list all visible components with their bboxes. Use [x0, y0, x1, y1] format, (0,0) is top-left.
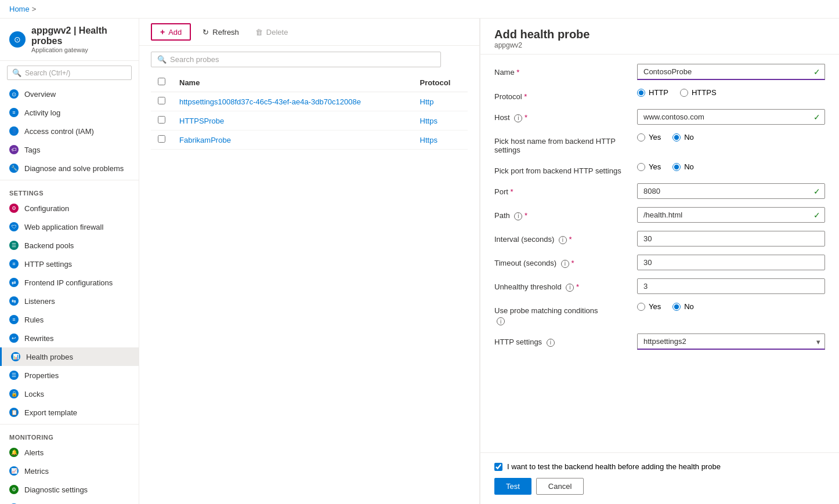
breadcrumb-home[interactable]: Home — [9, 5, 30, 13]
pick-port-no[interactable]: No — [672, 162, 694, 171]
name-input[interactable] — [637, 64, 825, 80]
refresh-icon: ↻ — [202, 28, 209, 37]
monitoring-section-label: Monitoring — [0, 427, 139, 443]
properties-icon: ☰ — [9, 371, 19, 380]
sidebar-item-activity-log[interactable]: ≡ Activity log — [0, 103, 139, 122]
name-label: Name — [494, 64, 628, 77]
pick-port-no-label: No — [684, 162, 694, 171]
search-probes-icon: 🔍 — [157, 55, 167, 64]
test-button[interactable]: Test — [494, 478, 531, 495]
header-protocol: Protocol — [413, 73, 468, 92]
probe-matching-yes-radio[interactable] — [637, 303, 645, 311]
sidebar-item-listeners[interactable]: ⇆ Listeners — [0, 292, 139, 310]
sidebar-item-http-settings[interactable]: ≡ HTTP settings — [0, 255, 139, 273]
delete-label: Delete — [266, 28, 288, 37]
pick-port-yes-radio[interactable] — [637, 163, 645, 171]
protocol-radio-group: HTTP HTTPS — [637, 88, 825, 97]
sidebar-item-alerts[interactable]: 🔔 Alerts — [0, 443, 139, 462]
access-control-icon: 👤 — [9, 126, 19, 136]
sidebar-item-tags[interactable]: 🏷 Tags — [0, 140, 139, 159]
delete-button[interactable]: 🗑 Delete — [251, 25, 293, 39]
probe-protocol: Http — [413, 92, 468, 111]
unhealthy-control — [637, 278, 825, 294]
probe-name: httpsettings1008fd37c-46c5-43ef-ae4a-3db… — [172, 92, 413, 111]
pick-port-control: Yes No — [637, 162, 825, 171]
add-button[interactable]: + Add — [151, 23, 191, 41]
export-template-icon: 📋 — [9, 408, 19, 417]
panel-footer: I want to test the backend health before… — [480, 452, 839, 504]
sidebar-item-rewrites[interactable]: ↩ Rewrites — [0, 329, 139, 347]
probe-name-link[interactable]: FabrikamProbe — [179, 136, 231, 144]
search-probes-input[interactable] — [170, 55, 435, 64]
sidebar-item-export-template[interactable]: 📋 Export template — [0, 403, 139, 422]
pick-port-no-radio[interactable] — [672, 163, 681, 171]
sidebar-item-logs[interactable]: 📄 Logs — [0, 499, 139, 504]
unhealthy-label: Unhealthy threshold i — [494, 278, 628, 292]
sidebar-item-backend-pools[interactable]: ☰ Backend pools — [0, 236, 139, 255]
probe-name-link[interactable]: HTTPSProbe — [179, 117, 224, 125]
interval-input[interactable] — [637, 231, 825, 246]
sidebar-item-overview[interactable]: ⊙ Overview — [0, 85, 139, 103]
protocol-http-radio[interactable] — [637, 89, 645, 97]
sidebar-item-configuration[interactable]: ⚙ Configuration — [0, 199, 139, 217]
sidebar-item-rules[interactable]: ≡ Rules — [0, 310, 139, 329]
path-input[interactable] — [637, 207, 825, 223]
sidebar-item-label: Access control (IAM) — [24, 127, 94, 136]
sidebar-item-access-control[interactable]: 👤 Access control (IAM) — [0, 122, 139, 140]
rules-icon: ≡ — [9, 315, 19, 324]
plus-icon: + — [160, 27, 165, 37]
sidebar-search-input[interactable] — [25, 69, 126, 77]
select-all-checkbox[interactable] — [158, 78, 165, 85]
unhealthy-input[interactable] — [637, 278, 825, 294]
http-settings-control: httpsettings2 ▾ — [637, 333, 825, 350]
sidebar-item-frontend-ip[interactable]: ⇄ Frontend IP configurations — [0, 273, 139, 292]
sidebar-item-diagnose[interactable]: 🔧 Diagnose and solve problems — [0, 159, 139, 177]
timeout-input[interactable] — [637, 255, 825, 270]
sidebar-item-locks[interactable]: 🔒 Locks — [0, 385, 139, 403]
pick-host-yes-label: Yes — [649, 133, 661, 142]
refresh-button[interactable]: ↻ Refresh — [198, 25, 244, 39]
probe-name-link[interactable]: httpsettings1008fd37c-46c5-43ef-ae4a-3db… — [179, 97, 361, 106]
host-control: ✓ — [637, 109, 825, 125]
row-checkbox[interactable] — [158, 97, 165, 104]
rewrites-icon: ↩ — [9, 333, 19, 343]
table-row: FabrikamProbe Https — [151, 130, 468, 150]
interval-control — [637, 231, 825, 246]
port-input[interactable] — [637, 183, 825, 199]
pick-port-yes[interactable]: Yes — [637, 162, 661, 171]
pick-host-yes[interactable]: Yes — [637, 133, 661, 142]
sidebar-item-properties[interactable]: ☰ Properties — [0, 366, 139, 385]
timeout-info-icon: i — [561, 260, 569, 268]
sidebar-item-diagnostic-settings[interactable]: ⚙ Diagnostic settings — [0, 480, 139, 499]
protocol-https-radio[interactable] — [680, 89, 688, 97]
host-input[interactable] — [637, 109, 825, 125]
pick-host-yes-radio[interactable] — [637, 133, 645, 142]
protocol-https-option[interactable]: HTTPS — [680, 88, 717, 97]
http-settings-select[interactable]: httpsettings2 — [637, 333, 825, 350]
sidebar-item-label: Frontend IP configurations — [24, 278, 113, 287]
protocol-http-option[interactable]: HTTP — [637, 88, 668, 97]
sidebar-search[interactable]: 🔍 — [7, 66, 132, 80]
probe-matching-no-radio[interactable] — [672, 303, 681, 311]
row-checkbox[interactable] — [158, 116, 165, 124]
probe-matching-no[interactable]: No — [672, 302, 694, 311]
cancel-button[interactable]: Cancel — [536, 478, 584, 495]
pick-host-no-radio[interactable] — [672, 133, 681, 142]
search-probes-box[interactable]: 🔍 — [151, 52, 441, 67]
sidebar-item-metrics[interactable]: 📈 Metrics — [0, 462, 139, 480]
sidebar-item-label: Activity log — [24, 108, 60, 117]
row-checkbox[interactable] — [158, 135, 165, 143]
header-checkbox-cell — [151, 73, 172, 92]
http-settings-icon: ≡ — [9, 259, 19, 269]
probe-name: FabrikamProbe — [172, 130, 413, 150]
test-checkbox[interactable] — [494, 463, 502, 471]
sidebar-item-waf[interactable]: 🛡 Web application firewall — [0, 217, 139, 236]
host-info-icon: i — [514, 114, 522, 122]
http-settings-label: HTTP settings i — [494, 333, 628, 347]
diagnostic-settings-icon: ⚙ — [9, 485, 19, 494]
sidebar-item-health-probes[interactable]: 📊 Health probes — [0, 347, 139, 366]
waf-icon: 🛡 — [9, 222, 19, 231]
pick-host-no[interactable]: No — [672, 133, 694, 142]
probe-matching-yes[interactable]: Yes — [637, 302, 661, 311]
sidebar-item-label: Listeners — [24, 297, 55, 306]
